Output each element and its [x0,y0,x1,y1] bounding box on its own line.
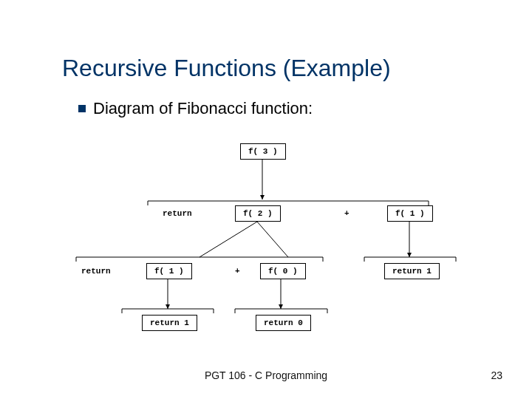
connector-lines [0,0,532,399]
node-f0: f( 0 ) [260,263,306,279]
node-f3: f( 3 ) [240,143,286,160]
node-f1b: f( 1 ) [387,205,433,222]
fibonacci-diagram: f( 3 ) return f( 2 ) + f( 1 ) return f( … [0,0,532,399]
label-return-top: return [163,209,192,218]
page-number: 23 [491,369,502,381]
node-f2: f( 2 ) [235,205,281,222]
node-return0: return 0 [256,315,311,331]
svg-line-5 [257,222,288,257]
footer-text: PGT 106 - C Programming [0,369,532,381]
label-plus-top: + [344,209,349,218]
node-return1b: return 1 [384,263,440,279]
node-f1a: f( 1 ) [146,263,192,279]
svg-line-4 [200,222,257,257]
label-plus-mid: + [235,267,240,276]
node-return1a: return 1 [142,315,197,331]
label-return-mid: return [81,267,111,276]
